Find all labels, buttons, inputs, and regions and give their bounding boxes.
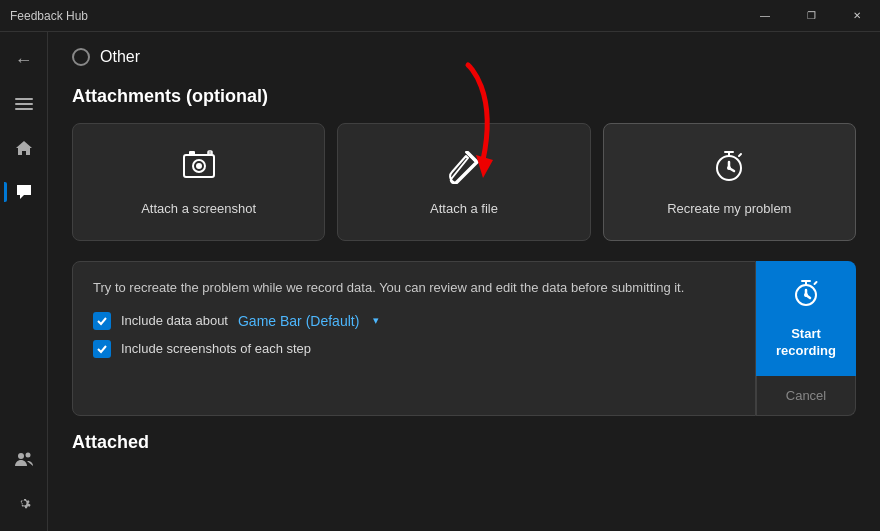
- attach-file-card[interactable]: Attach a file: [337, 123, 590, 241]
- game-bar-dropdown[interactable]: Game Bar (Default): [238, 313, 359, 329]
- recording-right-col: Start recording Cancel: [756, 261, 856, 416]
- titlebar: Feedback Hub — ❐ ✕: [0, 0, 880, 32]
- svg-point-3: [18, 453, 24, 459]
- svg-point-15: [804, 293, 808, 297]
- svg-rect-0: [15, 98, 33, 100]
- svg-point-4: [25, 453, 30, 458]
- dropdown-arrow-icon[interactable]: ▾: [373, 314, 379, 327]
- screenshot-label: Attach a screenshot: [141, 201, 256, 216]
- window-controls: — ❐ ✕: [742, 0, 880, 32]
- svg-point-8: [196, 163, 202, 169]
- svg-point-13: [727, 166, 731, 170]
- sidebar-back[interactable]: ←: [4, 40, 44, 80]
- sidebar-bottom: [4, 439, 44, 531]
- include-screenshots-row: Include screenshots of each step: [93, 340, 735, 358]
- main-content: Other Attachments (optional) Attach a s: [48, 32, 880, 531]
- cancel-label: Cancel: [786, 388, 826, 403]
- include-screenshots-checkbox[interactable]: [93, 340, 111, 358]
- close-button[interactable]: ✕: [834, 0, 880, 32]
- attach-screenshot-card[interactable]: Attach a screenshot: [72, 123, 325, 241]
- include-data-row: Include data about Game Bar (Default) ▾: [93, 312, 735, 330]
- include-data-checkbox[interactable]: [93, 312, 111, 330]
- include-screenshots-label: Include screenshots of each step: [121, 341, 311, 356]
- other-radio[interactable]: [72, 48, 90, 66]
- other-row: Other: [72, 48, 856, 66]
- sidebar-home[interactable]: [4, 128, 44, 168]
- cancel-button[interactable]: Cancel: [756, 376, 856, 416]
- recording-panel: Try to recreate the problem while we rec…: [72, 261, 856, 416]
- file-icon: [446, 148, 482, 191]
- attachment-cards: Attach a screenshot Attach a file: [72, 123, 856, 241]
- timer-icon: [711, 148, 747, 191]
- screenshot-icon: [181, 148, 217, 191]
- svg-rect-2: [15, 108, 33, 110]
- svg-rect-9: [189, 151, 195, 155]
- sidebar: ←: [0, 32, 48, 531]
- attached-title: Attached: [72, 432, 856, 453]
- attached-section: Attached: [72, 432, 856, 453]
- svg-rect-1: [15, 103, 33, 105]
- recording-info: Try to recreate the problem while we rec…: [72, 261, 756, 416]
- app-body: ←: [0, 32, 880, 531]
- start-recording-label: Start recording: [764, 326, 848, 360]
- sidebar-people[interactable]: [4, 439, 44, 479]
- recording-info-text: Try to recreate the problem while we rec…: [93, 278, 735, 298]
- other-label: Other: [100, 48, 140, 66]
- sidebar-menu[interactable]: [4, 84, 44, 124]
- attachments-title: Attachments (optional): [72, 86, 856, 107]
- minimize-button[interactable]: —: [742, 0, 788, 32]
- sidebar-settings[interactable]: [4, 483, 44, 523]
- include-data-label: Include data about: [121, 313, 228, 328]
- recreate-label: Recreate my problem: [667, 201, 791, 216]
- file-label: Attach a file: [430, 201, 498, 216]
- recreate-problem-card[interactable]: Recreate my problem: [603, 123, 856, 241]
- sidebar-feedback[interactable]: [4, 172, 44, 212]
- app-title: Feedback Hub: [10, 9, 88, 23]
- start-recording-icon: [790, 277, 822, 316]
- start-recording-button[interactable]: Start recording: [756, 261, 856, 376]
- maximize-button[interactable]: ❐: [788, 0, 834, 32]
